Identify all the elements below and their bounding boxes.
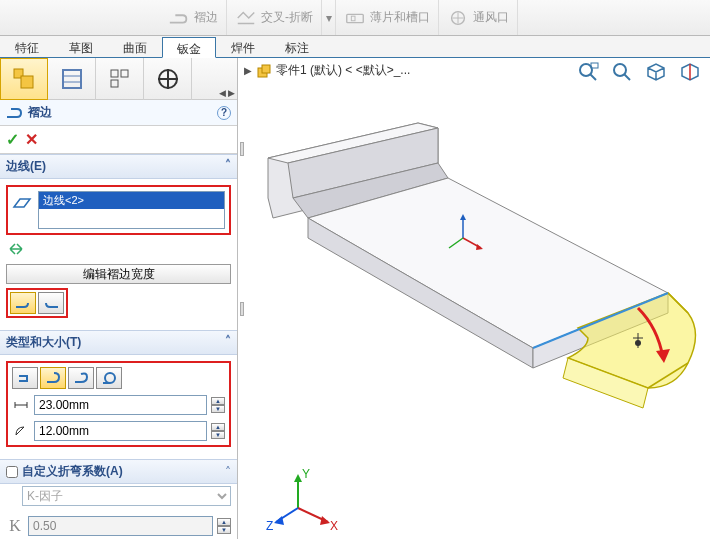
svg-rect-1 bbox=[351, 16, 355, 21]
annotation-box-typesize: ▲▼ ▲▼ bbox=[6, 361, 231, 447]
sheet-icon bbox=[344, 9, 366, 27]
material-inside-button[interactable] bbox=[10, 292, 36, 314]
svg-text:Y: Y bbox=[302, 467, 310, 481]
ribbon-dropdown[interactable]: ▾ bbox=[322, 0, 336, 35]
chevron-up-icon: ˄ bbox=[225, 334, 231, 348]
hem-radius-input[interactable] bbox=[34, 421, 207, 441]
help-button[interactable]: ? bbox=[217, 106, 231, 120]
splitter-handle[interactable] bbox=[238, 300, 246, 318]
reverse-direction[interactable] bbox=[8, 241, 231, 260]
svg-rect-6 bbox=[21, 76, 33, 88]
length-icon bbox=[12, 398, 30, 412]
dim-icon bbox=[155, 66, 181, 92]
panel-tab-feature-tree[interactable] bbox=[0, 58, 48, 100]
bend-allowance-row: 自定义折弯系数(A) ˄ bbox=[0, 459, 237, 484]
hem-type-rolled[interactable] bbox=[96, 367, 122, 389]
radius-icon bbox=[12, 424, 30, 438]
length-spinner[interactable]: ▲▼ bbox=[211, 397, 225, 413]
ribbon-hem: 褶边 bbox=[160, 0, 227, 35]
config-icon bbox=[107, 66, 133, 92]
svg-rect-7 bbox=[63, 70, 81, 88]
ribbon-crossbreak-label: 交叉-折断 bbox=[261, 9, 313, 26]
typesize-header-label: 类型和大小(T) bbox=[6, 335, 81, 349]
ribbon-vent: 通风口 bbox=[439, 0, 518, 35]
material-outside-button[interactable] bbox=[38, 292, 64, 314]
tab-feature[interactable]: 特征 bbox=[0, 36, 54, 57]
hem-type-teardrop[interactable] bbox=[68, 367, 94, 389]
hem-type-closed[interactable] bbox=[12, 367, 38, 389]
ribbon-toolbar: 褶边 交叉-折断 ▾ 薄片和槽口 通风口 bbox=[0, 0, 710, 36]
panel-title-text: 褶边 bbox=[28, 104, 52, 121]
svg-text:Z: Z bbox=[266, 519, 273, 533]
svg-rect-10 bbox=[111, 70, 118, 77]
radius-spinner[interactable]: ▲▼ bbox=[211, 423, 225, 439]
chevron-up-icon: ˄ bbox=[225, 465, 231, 479]
panel-title-row: 褶边 ? bbox=[0, 100, 237, 126]
annotation-box-edges: 边线<2> bbox=[6, 185, 231, 235]
confirm-row: ✓ ✕ bbox=[0, 126, 237, 154]
edge-select-icon bbox=[12, 191, 32, 216]
kfactor-spinner[interactable]: ▲▼ bbox=[217, 518, 231, 534]
crossbreak-icon bbox=[235, 9, 257, 27]
property-panel: ◀▶ 褶边 ? ✓ ✕ 边线(E) ˄ 边线<2> bbox=[0, 58, 238, 539]
custom-bend-checkbox[interactable] bbox=[6, 466, 18, 478]
hem-feature-icon bbox=[6, 105, 24, 121]
panel-scroll[interactable]: ◀▶ bbox=[219, 88, 235, 98]
splitter-handle[interactable] bbox=[238, 140, 246, 158]
ribbon-vent-label: 通风口 bbox=[473, 9, 509, 26]
panel-tab-config[interactable] bbox=[96, 58, 144, 100]
tab-sketch[interactable]: 草图 bbox=[54, 36, 108, 57]
svg-text:X: X bbox=[330, 519, 338, 533]
svg-rect-12 bbox=[111, 80, 118, 87]
property-icon bbox=[59, 66, 85, 92]
feature-tree-icon bbox=[11, 66, 37, 92]
edges-header[interactable]: 边线(E) ˄ bbox=[0, 154, 237, 179]
ok-button[interactable]: ✓ bbox=[6, 130, 19, 149]
tab-surface[interactable]: 曲面 bbox=[108, 36, 162, 57]
tab-sheetmetal[interactable]: 钣金 bbox=[162, 37, 216, 58]
model-render: Y X Z bbox=[238, 68, 708, 538]
ribbon-crossbreak: 交叉-折断 bbox=[227, 0, 322, 35]
chevron-up-icon: ˄ bbox=[225, 158, 231, 172]
cancel-button[interactable]: ✕ bbox=[25, 130, 38, 149]
vent-icon bbox=[447, 9, 469, 27]
svg-point-16 bbox=[105, 373, 115, 383]
ribbon-sheet-label: 薄片和槽口 bbox=[370, 9, 430, 26]
typesize-header[interactable]: 类型和大小(T) ˄ bbox=[0, 330, 237, 355]
panel-tab-property[interactable] bbox=[48, 58, 96, 100]
edit-hem-width-button[interactable]: 编辑褶边宽度 bbox=[6, 264, 231, 284]
hem-type-open[interactable] bbox=[40, 367, 66, 389]
panel-tab-row: ◀▶ bbox=[0, 58, 237, 100]
edge-selected-item[interactable]: 边线<2> bbox=[39, 192, 224, 209]
hem-icon bbox=[168, 9, 190, 27]
command-tabbar: 特征 草图 曲面 钣金 焊件 标注 bbox=[0, 36, 710, 58]
svg-rect-11 bbox=[121, 70, 128, 77]
ribbon-sheet: 薄片和槽口 bbox=[336, 0, 439, 35]
tab-annotate[interactable]: 标注 bbox=[270, 36, 324, 57]
kfactor-input[interactable] bbox=[28, 516, 213, 536]
hem-length-input[interactable] bbox=[34, 395, 207, 415]
ribbon-hem-label: 褶边 bbox=[194, 9, 218, 26]
bend-allowance-label: 自定义折弯系数(A) bbox=[22, 463, 123, 480]
edges-header-label: 边线(E) bbox=[6, 159, 46, 173]
edge-selection-list[interactable]: 边线<2> bbox=[38, 191, 225, 229]
tab-weldment[interactable]: 焊件 bbox=[216, 36, 270, 57]
kfactor-icon: K bbox=[6, 517, 24, 535]
panel-tab-dim[interactable] bbox=[144, 58, 192, 100]
model-viewport[interactable]: ▶ 零件1 (默认) < <默认>_... bbox=[238, 58, 710, 539]
annotation-box-side bbox=[6, 288, 68, 318]
bend-type-select[interactable]: K-因子 bbox=[22, 486, 231, 506]
